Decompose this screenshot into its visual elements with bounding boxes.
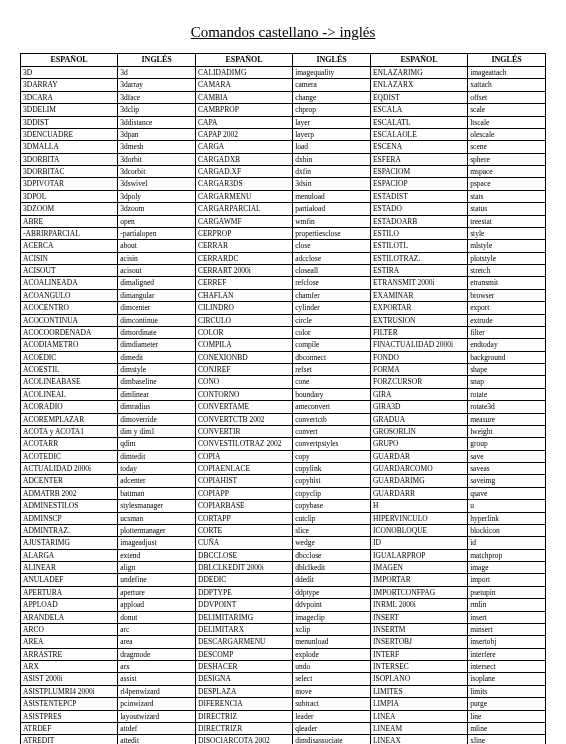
table-cell: ACOREMPLAZAR (21, 413, 118, 425)
table-cell: mlstyle (468, 240, 546, 252)
table-row: ACOCONTINUAdimcontinueCIRCULOcircleEXTRU… (21, 314, 546, 326)
table-cell: ESTILOTL (370, 240, 467, 252)
table-cell: dimlinear (118, 388, 196, 400)
table-cell: xline (468, 735, 546, 744)
table-cell: convert (293, 425, 371, 437)
table-cell: ACISOUT (21, 265, 118, 277)
table-cell: COPIAENLACE (195, 463, 292, 475)
table-cell: dragmode (118, 648, 196, 660)
table-cell: camera (293, 79, 371, 91)
table-cell: ANULADEF (21, 574, 118, 586)
table-cell: treestat (468, 215, 546, 227)
table-cell: APERTURA (21, 586, 118, 598)
table-cell: CIRCULO (195, 314, 292, 326)
table-cell: ENLAZARIMG (370, 67, 467, 79)
table-cell: export (468, 302, 546, 314)
table-cell: CARGAR3DS (195, 178, 292, 190)
table-cell: ABRE (21, 215, 118, 227)
table-cell: ACOTEDIC (21, 450, 118, 462)
table-cell: dbcclose (293, 549, 371, 561)
table-cell: ESTIRA (370, 265, 467, 277)
table-cell: COPIARBASE (195, 500, 292, 512)
col-header: INGLÉS (118, 54, 196, 67)
table-cell: DESCOMP (195, 648, 292, 660)
table-cell: INRML 2000i (370, 599, 467, 611)
table-row: ACOLINEABASEdimbaselineCONOconeFORZCURSO… (21, 376, 546, 388)
table-cell: close (293, 240, 371, 252)
table-cell: blockicon (468, 524, 546, 536)
table-row: ASIST 2000iassistDESIGNAselectISOPLANOis… (21, 673, 546, 685)
table-cell: copybase (293, 500, 371, 512)
table-cell: xattach (468, 79, 546, 91)
table-row: 3DPIVOTAR3dswivelCARGAR3DS3dsinESPACIOPp… (21, 178, 546, 190)
table-cell: dimdiameter (118, 339, 196, 351)
table-cell: insertobj (468, 636, 546, 648)
table-cell: layoutwizard (118, 710, 196, 722)
table-cell: etransmit (468, 277, 546, 289)
table-cell: CAMBIA (195, 91, 292, 103)
table-cell: CONEXIONBD (195, 351, 292, 363)
table-cell: FONDO (370, 351, 467, 363)
table-cell: imageadjust (118, 537, 196, 549)
table-row: ACOCENTROdimcenterCILINDROcylinderEXPORT… (21, 302, 546, 314)
table-row: ACISOUTacisoutCERRART 2000icloseallESTIR… (21, 265, 546, 277)
table-row: ACISINacisinCERRARDCadccloseESTILOTRAZ.p… (21, 252, 546, 264)
table-cell: COPIAPP (195, 487, 292, 499)
table-cell: GIRA (370, 388, 467, 400)
table-cell: rotate (468, 388, 546, 400)
table-row: ASISTPRESlayoutwizardDIRECTRIZleaderLINE… (21, 710, 546, 722)
table-cell: dimradius (118, 401, 196, 413)
table-cell: FILTER (370, 326, 467, 338)
table-cell: ETRANSMIT 2000i (370, 277, 467, 289)
table-cell: 3dcorbit (118, 166, 196, 178)
table-cell: ACISIN (21, 252, 118, 264)
table-cell: qdim (118, 438, 196, 450)
table-cell: attdef (118, 722, 196, 734)
table-cell: GUARDARIMG (370, 475, 467, 487)
table-cell: intersect (468, 661, 546, 673)
table-cell: DIRECTRIZ (195, 710, 292, 722)
table-cell: DBLCLKEDIT 2000i (195, 562, 292, 574)
table-cell: plotstyle (468, 252, 546, 264)
table-cell: assist (118, 673, 196, 685)
table-cell: ID (370, 537, 467, 549)
table-cell: CERRART 2000i (195, 265, 292, 277)
table-cell: mspace (468, 166, 546, 178)
table-row: 3DPOL3dpolyCARGARMENUmenuloadESTADISTsta… (21, 190, 546, 202)
table-cell: FORZCURSOR (370, 376, 467, 388)
table-cell: ACOCENTRO (21, 302, 118, 314)
table-cell: COMPILA (195, 339, 292, 351)
table-row: 3DZOOM3dzoomCARGARPARCIALpartialoadESTAD… (21, 203, 546, 215)
table-row: ACTUALIDAD 2000itodayCOPIAENLACEcopylink… (21, 463, 546, 475)
table-cell: attedit (118, 735, 196, 744)
table-cell: color (293, 326, 371, 338)
table-cell: ADCENTER (21, 475, 118, 487)
table-cell: INTERSEC (370, 661, 467, 673)
table-cell: imagequality (293, 67, 371, 79)
table-cell: group (468, 438, 546, 450)
table-cell: -partialopen (118, 227, 196, 239)
table-cell: offset (468, 91, 546, 103)
table-cell: propertiesclose (293, 227, 371, 239)
table-cell: DIRECTRIZR (195, 722, 292, 734)
table-cell: CAMBPROP (195, 104, 292, 116)
table-cell: DESCARGARMENU (195, 636, 292, 648)
table-cell: open (118, 215, 196, 227)
table-cell: plottermanager (118, 524, 196, 536)
table-cell: GIRA3D (370, 401, 467, 413)
table-cell: 3DENCUADRE (21, 128, 118, 140)
table-cell: imageattach (468, 67, 546, 79)
table-cell: ALINEAR (21, 562, 118, 574)
table-cell: pspace (468, 178, 546, 190)
table-cell: ACTUALIDAD 2000i (21, 463, 118, 475)
table-row: 3D3dCALIDADIMGimagequalityENLAZARIMGimag… (21, 67, 546, 79)
table-cell: shape (468, 364, 546, 376)
table-row: ARXarxDESHACERundoINTERSECintersect (21, 661, 546, 673)
table-cell: matchprop (468, 549, 546, 561)
table-cell: ACOEDIC (21, 351, 118, 363)
table-cell: copylink (293, 463, 371, 475)
table-cell: dxfin (293, 166, 371, 178)
table-cell: u (468, 500, 546, 512)
table-row: ACODIAMETROdimdiameterCOMPILAcompileFINA… (21, 339, 546, 351)
table-cell: ESCALAOLE (370, 128, 467, 140)
